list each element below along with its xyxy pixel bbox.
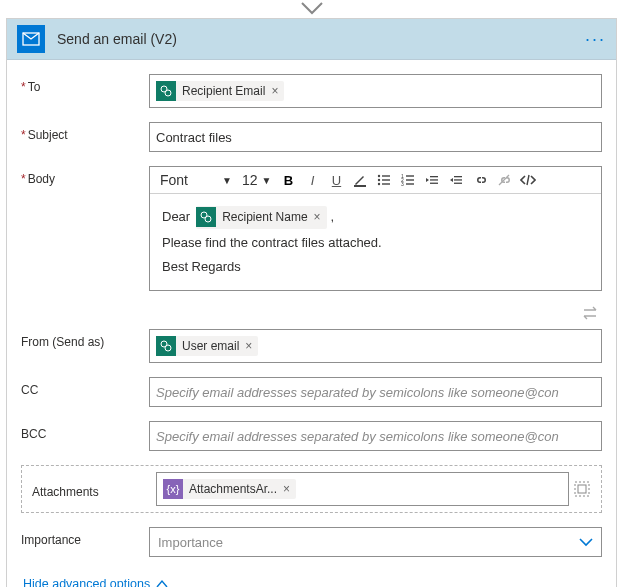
svg-point-6: [378, 179, 380, 181]
svg-rect-18: [430, 183, 438, 184]
rich-text-editor: Font▼ 12▼ B I U 123: [149, 166, 602, 291]
flow-arrow: [0, 0, 623, 18]
label-cc: CC: [21, 377, 149, 397]
svg-rect-15: [406, 183, 414, 184]
row-importance: Importance Importance: [21, 527, 602, 557]
svg-rect-11: [406, 175, 414, 176]
label-importance: Importance: [21, 527, 149, 547]
svg-rect-7: [382, 179, 390, 180]
token-label: User email: [182, 339, 239, 353]
cc-input[interactable]: [156, 385, 595, 400]
token-attachments-array[interactable]: {x} AttachmentsAr... ×: [163, 479, 296, 499]
hide-advanced-options-link[interactable]: Hide advanced options: [21, 571, 602, 587]
font-selector[interactable]: Font▼: [156, 170, 236, 190]
svg-rect-19: [454, 176, 462, 177]
row-cc: CC: [21, 377, 602, 407]
token-label: Recipient Name: [222, 206, 307, 229]
switch-to-detail-button[interactable]: [569, 481, 595, 497]
underline-button[interactable]: U: [325, 169, 347, 191]
svg-rect-17: [430, 179, 438, 180]
svg-rect-9: [382, 183, 390, 184]
svg-rect-5: [382, 175, 390, 176]
row-attachments: Attachments {x} AttachmentsAr... ×: [21, 465, 602, 513]
svg-rect-29: [578, 485, 586, 493]
label-attachments: Attachments: [28, 479, 156, 499]
number-list-button[interactable]: 123: [397, 169, 419, 191]
swap-icon[interactable]: [582, 305, 600, 321]
code-view-button[interactable]: [517, 169, 539, 191]
label-from: From (Send as): [21, 329, 149, 349]
token-remove-button[interactable]: ×: [271, 84, 278, 98]
svg-point-8: [378, 183, 380, 185]
label-to: *To: [21, 74, 149, 94]
link-button[interactable]: [469, 169, 491, 191]
color-button[interactable]: [349, 169, 371, 191]
card-body: *To Recipient Email × *Subject: [7, 60, 616, 587]
svg-rect-21: [454, 183, 462, 184]
svg-rect-16: [430, 176, 438, 177]
label-body: *Body: [21, 166, 149, 186]
svg-point-25: [205, 216, 211, 222]
rte-content[interactable]: Dear Recipient Name × , Please: [150, 194, 601, 290]
label-bcc: BCC: [21, 421, 149, 441]
row-to: *To Recipient Email ×: [21, 74, 602, 108]
svg-point-27: [165, 345, 171, 351]
outdent-button[interactable]: [421, 169, 443, 191]
token-recipient-name[interactable]: Recipient Name ×: [196, 206, 326, 229]
token-remove-button[interactable]: ×: [314, 206, 321, 229]
subject-input-box[interactable]: [149, 122, 602, 152]
row-from: From (Send as) User email ×: [21, 329, 602, 363]
rte-toolbar: Font▼ 12▼ B I U 123: [150, 167, 601, 194]
sharepoint-icon: [196, 207, 216, 227]
chevron-up-icon: [156, 579, 168, 587]
card-title: Send an email (V2): [57, 31, 585, 47]
svg-rect-13: [406, 179, 414, 180]
token-remove-button[interactable]: ×: [283, 482, 290, 496]
sharepoint-icon: [156, 81, 176, 101]
sharepoint-icon: [156, 336, 176, 356]
svg-rect-28: [575, 482, 589, 496]
body-line-3: Best Regards: [162, 255, 589, 280]
outlook-icon: [17, 25, 45, 53]
arrow-down-icon: [301, 2, 323, 16]
bcc-input-box[interactable]: [149, 421, 602, 451]
token-label: AttachmentsAr...: [189, 482, 277, 496]
indent-button[interactable]: [445, 169, 467, 191]
svg-line-23: [527, 175, 529, 185]
body-line-2: Please find the contract files attached.: [162, 231, 589, 256]
to-input-box[interactable]: Recipient Email ×: [149, 74, 602, 108]
bullet-list-button[interactable]: [373, 169, 395, 191]
font-size-selector[interactable]: 12▼: [238, 170, 275, 190]
row-bcc: BCC: [21, 421, 602, 451]
bold-button[interactable]: B: [277, 169, 299, 191]
chevron-down-icon: [579, 537, 593, 547]
card-header[interactable]: Send an email (V2) ···: [7, 19, 616, 60]
subject-input[interactable]: [156, 130, 595, 145]
italic-button[interactable]: I: [301, 169, 323, 191]
body-greeting-prefix: Dear: [162, 205, 190, 230]
importance-select[interactable]: Importance: [149, 527, 602, 557]
importance-placeholder: Importance: [158, 535, 223, 550]
expression-icon: {x}: [163, 479, 183, 499]
svg-rect-3: [354, 185, 366, 187]
svg-point-4: [378, 175, 380, 177]
unlink-button[interactable]: [493, 169, 515, 191]
token-label: Recipient Email: [182, 84, 265, 98]
from-input-box[interactable]: User email ×: [149, 329, 602, 363]
svg-rect-20: [454, 179, 462, 180]
body-greeting-suffix: ,: [331, 205, 335, 230]
token-user-email[interactable]: User email ×: [156, 336, 258, 356]
bcc-input[interactable]: [156, 429, 595, 444]
row-body: *Body Font▼ 12▼ B I U: [21, 166, 602, 291]
card-menu-button[interactable]: ···: [585, 29, 606, 50]
token-recipient-email[interactable]: Recipient Email ×: [156, 81, 284, 101]
svg-text:3: 3: [401, 181, 404, 187]
cc-input-box[interactable]: [149, 377, 602, 407]
label-subject: *Subject: [21, 122, 149, 142]
action-card: Send an email (V2) ··· *To Recipient Ema…: [6, 18, 617, 587]
row-subject: *Subject: [21, 122, 602, 152]
svg-point-2: [165, 90, 171, 96]
svg-line-22: [499, 175, 509, 185]
token-remove-button[interactable]: ×: [245, 339, 252, 353]
attachments-input-box[interactable]: {x} AttachmentsAr... ×: [156, 472, 569, 506]
